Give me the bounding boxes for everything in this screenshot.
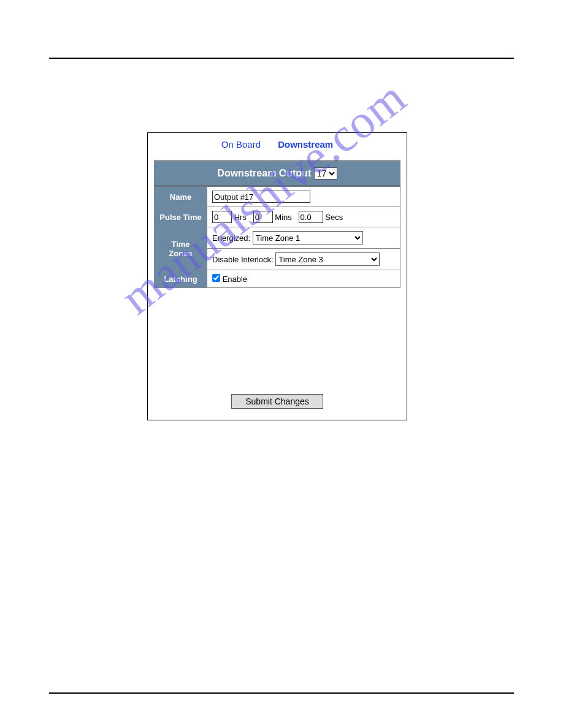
tab-downstream[interactable]: Downstream xyxy=(278,139,333,150)
bottom-rule xyxy=(49,692,514,694)
energized-label: Energized: xyxy=(212,233,250,243)
config-table: Name Pulse Time Hrs Mins Secs Time Zones xyxy=(154,186,400,288)
hrs-label: Hrs xyxy=(234,213,247,222)
mins-label: Mins xyxy=(275,213,291,222)
disable-interlock-label: Disable Interlock: xyxy=(212,255,274,264)
pulse-label: Pulse Time xyxy=(155,207,207,227)
name-input[interactable] xyxy=(212,191,310,203)
pulse-hrs-input[interactable] xyxy=(212,211,232,223)
top-rule xyxy=(49,58,514,59)
submit-button[interactable]: Submit Changes xyxy=(231,394,323,409)
latching-checkbox[interactable] xyxy=(212,274,220,282)
tab-onboard[interactable]: On Board xyxy=(221,139,261,150)
header-title: Downstream Output xyxy=(217,168,311,178)
panel-header: Downstream Output 17 xyxy=(154,161,400,186)
energized-select[interactable]: Time Zone 1 xyxy=(253,231,363,245)
latching-label: Latching xyxy=(155,270,207,288)
name-label: Name xyxy=(155,187,207,207)
latching-enable-label: Enable xyxy=(223,275,247,284)
output-select[interactable]: 17 xyxy=(314,167,337,180)
tab-bar: On Board Downstream xyxy=(148,133,407,161)
disable-interlock-select[interactable]: Time Zone 3 xyxy=(275,252,380,266)
pulse-secs-input[interactable] xyxy=(299,211,323,223)
config-panel: On Board Downstream Downstream Output 17… xyxy=(147,132,407,420)
pulse-mins-input[interactable] xyxy=(253,211,273,223)
secs-label: Secs xyxy=(325,213,343,222)
submit-row: Submit Changes xyxy=(148,394,407,409)
tz-label: Time Zones xyxy=(155,227,207,270)
